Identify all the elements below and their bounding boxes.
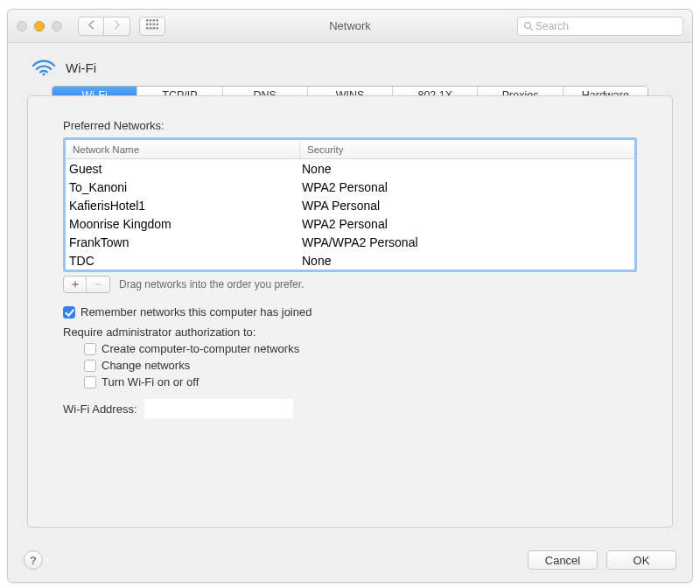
cell-network-name: FrankTown [66, 235, 300, 249]
admin-auth-options: Create computer-to-computer networks Cha… [63, 342, 637, 388]
help-icon: ? [30, 554, 37, 567]
svg-rect-6 [153, 24, 156, 26]
admin-opt-change-networks-checkbox[interactable] [84, 360, 96, 372]
table-row[interactable]: Guest None [66, 159, 634, 178]
cell-network-name: Guest [66, 162, 300, 176]
svg-rect-2 [153, 19, 156, 22]
grid-icon [146, 19, 158, 32]
table-row[interactable]: To_Kanoni WPA2 Personal [66, 178, 634, 196]
pane-title: Wi-Fi [66, 60, 96, 75]
table-row[interactable]: TDC None [66, 251, 634, 270]
svg-rect-1 [150, 19, 152, 22]
admin-opt-label: Turn Wi-Fi on or off [102, 375, 199, 388]
zoom-window-button[interactable] [52, 21, 62, 32]
svg-point-14 [42, 73, 45, 75]
add-remove-row: ＋ － Drag networks into the order you pre… [63, 276, 637, 293]
forward-button[interactable] [104, 17, 130, 36]
svg-line-13 [530, 27, 533, 30]
preferred-networks-label: Preferred Networks: [63, 119, 637, 132]
dialog-footer: ? Cancel OK [8, 542, 692, 582]
minimize-window-button[interactable] [34, 21, 45, 32]
add-network-button[interactable]: ＋ [64, 276, 87, 292]
svg-rect-8 [146, 27, 149, 30]
remember-networks-label: Remember networks this computer has join… [80, 305, 312, 318]
svg-rect-4 [146, 24, 149, 26]
column-security[interactable]: Security [300, 144, 634, 155]
close-window-button[interactable] [17, 21, 27, 32]
svg-rect-9 [150, 27, 152, 30]
svg-rect-0 [146, 19, 149, 22]
drag-hint: Drag networks into the order you prefer. [119, 278, 304, 290]
chevron-right-icon [113, 19, 121, 32]
admin-opt-create-networks-checkbox[interactable] [84, 343, 96, 355]
cell-security: WPA Personal [300, 199, 634, 213]
cell-security: None [300, 162, 634, 176]
admin-opt-change-networks[interactable]: Change networks [84, 359, 637, 372]
preferred-networks-table[interactable]: Network Name Security Guest None To_Kano… [63, 137, 637, 272]
wifi-icon [31, 57, 57, 79]
wifi-address-row: Wi-Fi Address: [63, 399, 637, 418]
cell-security: None [300, 254, 634, 268]
cancel-button[interactable]: Cancel [528, 550, 598, 570]
plus-icon: ＋ [69, 276, 81, 292]
remember-networks-checkbox[interactable] [63, 306, 75, 318]
search-icon [523, 21, 534, 32]
network-preferences-window: Network Wi-Fi [7, 9, 693, 583]
titlebar: Network [8, 10, 692, 43]
admin-opt-label: Change networks [102, 359, 190, 372]
cell-security: WPA2 Personal [300, 180, 634, 194]
cell-network-name: TDC [66, 254, 300, 268]
cell-security: WPA/WPA2 Personal [300, 235, 634, 249]
admin-opt-toggle-wifi-checkbox[interactable] [84, 376, 96, 388]
cell-security: WPA2 Personal [300, 217, 634, 231]
svg-rect-11 [156, 27, 158, 30]
svg-rect-5 [150, 24, 152, 26]
cell-network-name: Moonrise Kingdom [66, 217, 300, 231]
back-button[interactable] [78, 17, 104, 36]
admin-opt-label: Create computer-to-computer networks [102, 342, 299, 355]
traffic-lights [17, 21, 62, 32]
search-field-wrap[interactable] [517, 17, 683, 36]
svg-rect-10 [153, 27, 156, 30]
ok-button[interactable]: OK [606, 550, 676, 570]
svg-rect-3 [156, 19, 158, 22]
column-network-name[interactable]: Network Name [66, 140, 300, 158]
remove-network-button[interactable]: － [87, 276, 109, 292]
pane-header: Wi-Fi [31, 57, 673, 79]
help-button[interactable]: ? [24, 550, 43, 570]
minus-icon: － [92, 276, 104, 292]
cell-network-name: KafierisHotel1 [66, 199, 300, 213]
remember-networks-row[interactable]: Remember networks this computer has join… [63, 305, 637, 318]
table-row[interactable]: KafierisHotel1 WPA Personal [66, 196, 634, 214]
wifi-panel: Preferred Networks: Network Name Securit… [27, 95, 673, 528]
table-row[interactable]: Moonrise Kingdom WPA2 Personal [66, 214, 634, 233]
content-body: Wi-Fi Wi-Fi TCP/IP DNS WINS 802.1X Proxi… [8, 43, 692, 542]
table-row[interactable]: FrankTown WPA/WPA2 Personal [66, 233, 634, 251]
search-input[interactable] [534, 19, 677, 33]
cell-network-name: To_Kanoni [66, 180, 300, 194]
admin-auth-header: Require administrator authorization to: [63, 326, 637, 339]
show-all-button[interactable] [139, 17, 165, 36]
admin-opt-create-networks[interactable]: Create computer-to-computer networks [84, 342, 637, 355]
svg-rect-7 [156, 24, 158, 26]
wifi-address-label: Wi-Fi Address: [63, 402, 137, 416]
nav-buttons [78, 17, 130, 36]
add-remove-buttons: ＋ － [63, 276, 110, 293]
admin-opt-toggle-wifi[interactable]: Turn Wi-Fi on or off [84, 375, 637, 388]
wifi-address-value [144, 399, 293, 418]
chevron-left-icon [88, 19, 95, 32]
table-body: Guest None To_Kanoni WPA2 Personal Kafie… [66, 159, 634, 270]
table-header: Network Name Security [66, 140, 634, 159]
